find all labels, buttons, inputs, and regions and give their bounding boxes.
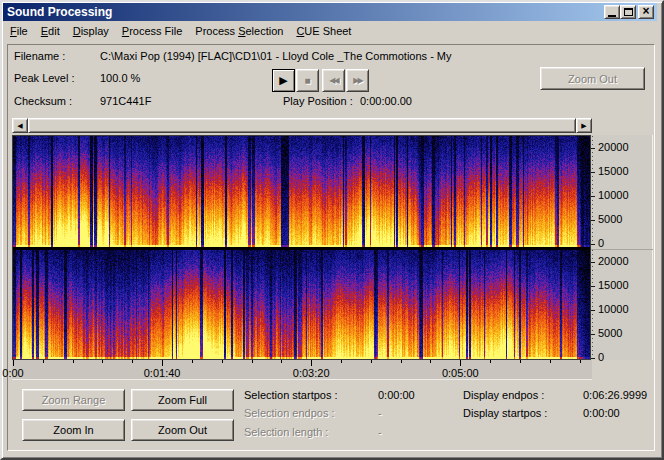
time-tick bbox=[102, 360, 103, 363]
zoom-in-button[interactable]: Zoom In bbox=[22, 419, 125, 441]
time-tick bbox=[580, 360, 581, 363]
filename-label: Filename : bbox=[14, 50, 65, 62]
scroll-left-button[interactable]: ◀ bbox=[12, 118, 28, 133]
time-label: 0:01:40 bbox=[132, 367, 192, 379]
menu-item-process-file[interactable]: Process File bbox=[122, 25, 183, 37]
time-axis: 0:000:01:400:03:200:05:00 bbox=[12, 360, 592, 380]
menu-item-edit[interactable]: Edit bbox=[41, 25, 60, 37]
stop-button[interactable]: ■ bbox=[296, 69, 319, 92]
zoom-out-top-button[interactable]: Zoom Out bbox=[540, 67, 645, 90]
play-position-label: Play Position : bbox=[283, 95, 353, 107]
zoom-out-label: Zoom Out bbox=[158, 424, 207, 436]
freq-label-ch1: 20000 bbox=[598, 141, 629, 153]
freq-label-ch1: 15000 bbox=[598, 165, 629, 177]
zoom-full-label: Zoom Full bbox=[158, 394, 207, 406]
zoom-range-button[interactable]: Zoom Range bbox=[22, 389, 125, 411]
menu-item-cue-sheet[interactable]: CUE Sheet bbox=[296, 25, 351, 37]
selection-length-label: Selection length : bbox=[244, 426, 328, 438]
time-tick bbox=[281, 360, 282, 363]
window-title: Sound Processing bbox=[7, 5, 112, 19]
title-bar[interactable]: Sound Processing × bbox=[3, 3, 657, 21]
freq-tick-ch2 bbox=[591, 310, 595, 311]
time-tick bbox=[43, 360, 44, 363]
display-startpos-label: Display startpos : bbox=[463, 407, 547, 419]
display-startpos-value: 0:00:00 bbox=[583, 407, 620, 419]
freq-label-ch2: 10000 bbox=[598, 303, 629, 315]
scroll-thumb[interactable] bbox=[28, 118, 576, 133]
freq-tick-ch1 bbox=[591, 220, 595, 221]
peak-level-value: 100.0 % bbox=[100, 72, 140, 84]
freq-tick-ch1 bbox=[591, 196, 595, 197]
freq-label-ch1: 10000 bbox=[598, 189, 629, 201]
spectrogram-channel-1[interactable] bbox=[13, 136, 590, 247]
freq-label-ch1: 5000 bbox=[598, 213, 622, 225]
selection-length-value: - bbox=[378, 426, 382, 438]
freq-tick-line-ch1 bbox=[592, 136, 593, 247]
time-tick bbox=[162, 360, 163, 366]
zoom-range-label: Zoom Range bbox=[42, 394, 106, 406]
freq-label-ch2: 20000 bbox=[598, 255, 629, 267]
close-icon: × bbox=[642, 6, 649, 16]
freq-tick-ch2 bbox=[591, 334, 595, 335]
minimize-button[interactable] bbox=[604, 5, 620, 19]
time-tick bbox=[73, 360, 74, 363]
freq-tick-ch2 bbox=[591, 358, 595, 359]
zoom-out-top-label: Zoom Out bbox=[568, 73, 617, 85]
zoom-out-button[interactable]: Zoom Out bbox=[131, 419, 234, 441]
time-tick bbox=[341, 360, 342, 363]
menu-item-process-selection[interactable]: Process Selection bbox=[195, 25, 283, 37]
zoom-full-button[interactable]: Zoom Full bbox=[131, 389, 234, 411]
scroll-left-icon: ◀ bbox=[17, 122, 22, 130]
play-icon: ▶ bbox=[279, 74, 287, 87]
time-label: 0:00 bbox=[0, 367, 43, 379]
freq-tick-ch1 bbox=[591, 172, 595, 173]
freq-label-ch2: 5000 bbox=[598, 327, 622, 339]
freq-tick-line-ch2 bbox=[592, 250, 593, 359]
freq-label-ch2: 0 bbox=[598, 351, 604, 363]
fast-forward-icon: ▶▶ bbox=[353, 76, 361, 85]
rewind-button[interactable]: ◀◀ bbox=[322, 69, 345, 92]
time-tick bbox=[490, 360, 491, 363]
time-tick bbox=[520, 360, 521, 363]
freq-label-ch2: 15000 bbox=[598, 279, 629, 291]
time-tick bbox=[430, 360, 431, 363]
stop-icon: ■ bbox=[304, 75, 310, 86]
spectrogram-channel-2[interactable] bbox=[13, 250, 590, 359]
freq-label-ch1: 0 bbox=[598, 237, 604, 249]
rewind-icon: ◀◀ bbox=[329, 76, 337, 85]
play-button[interactable]: ▶ bbox=[272, 69, 295, 92]
peak-level-label: Peak Level : bbox=[14, 72, 75, 84]
filename-value: C:\Maxi Pop (1994) [FLAC]\CD1\01 - Lloyd… bbox=[100, 50, 452, 62]
time-tick bbox=[550, 360, 551, 363]
checksum-value: 971C441F bbox=[100, 95, 151, 107]
selection-endpos-label: Selection endpos : bbox=[244, 407, 335, 419]
window-buttons: × bbox=[604, 5, 654, 19]
checksum-label: Checksum : bbox=[14, 95, 72, 107]
menu-bar: FileEditDisplayProcess FileProcess Selec… bbox=[3, 22, 657, 40]
time-tick bbox=[222, 360, 223, 363]
menu-item-file[interactable]: File bbox=[10, 25, 28, 37]
freq-axis-separator bbox=[591, 249, 653, 250]
spectrogram-box bbox=[12, 135, 591, 360]
time-tick bbox=[192, 360, 193, 363]
fast-forward-button[interactable]: ▶▶ bbox=[346, 69, 369, 92]
selection-endpos-value: - bbox=[378, 407, 382, 419]
zoom-in-label: Zoom In bbox=[53, 424, 93, 436]
freq-tick-ch1 bbox=[591, 148, 595, 149]
display-endpos-label: Display endpos : bbox=[463, 389, 544, 401]
menu-item-display[interactable]: Display bbox=[73, 25, 109, 37]
scroll-right-button[interactable]: ▶ bbox=[576, 118, 592, 133]
time-label: 0:03:20 bbox=[281, 367, 341, 379]
selection-startpos-label: Selection startpos : bbox=[244, 389, 338, 401]
app-window: Sound Processing × FileEditDisplayProces… bbox=[0, 0, 664, 460]
close-button[interactable]: × bbox=[638, 5, 654, 19]
freq-tick-ch2 bbox=[591, 262, 595, 263]
freq-tick-ch1 bbox=[591, 244, 595, 245]
time-tick bbox=[460, 360, 461, 366]
time-tick bbox=[252, 360, 253, 363]
time-tick bbox=[311, 360, 312, 366]
time-tick bbox=[132, 360, 133, 363]
maximize-button[interactable] bbox=[620, 5, 636, 19]
time-tick bbox=[401, 360, 402, 363]
h-scrollbar: ◀ ▶ bbox=[12, 118, 592, 133]
